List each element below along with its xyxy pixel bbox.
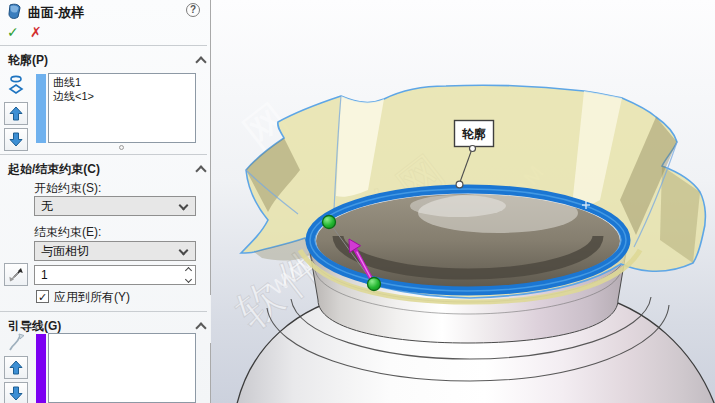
help-icon[interactable]: ? xyxy=(186,3,200,17)
divider xyxy=(0,311,207,312)
ok-button[interactable]: ✓ xyxy=(7,24,19,40)
loft-feature-icon xyxy=(6,3,24,21)
down-arrow-icon xyxy=(9,132,23,147)
solidworks-window: 曲面-放样 ? ✓ ✗ 轮廓(P) 曲线1 边线<1> 起始/ xyxy=(0,0,715,403)
constraints-section-header: 起始/结束约束(C) xyxy=(8,161,100,178)
list-item[interactable]: 曲线1 xyxy=(49,75,195,89)
guides-listbox[interactable] xyxy=(48,333,196,403)
cancel-button[interactable]: ✗ xyxy=(30,24,42,40)
move-profile-down-button[interactable] xyxy=(4,128,28,151)
tangent-length-input[interactable]: 1 xyxy=(34,265,196,285)
collapse-constraints-icon[interactable] xyxy=(195,165,206,176)
chevron-down-icon xyxy=(179,246,189,256)
list-item[interactable]: 边线<1> xyxy=(49,89,195,103)
down-arrow-icon xyxy=(9,386,23,401)
spinner-buttons[interactable] xyxy=(186,268,191,282)
spinner-down-icon[interactable] xyxy=(185,276,192,283)
callout-anchor-dot xyxy=(456,181,463,188)
tangent-length-button[interactable] xyxy=(4,263,28,286)
profiles-selection-accent xyxy=(36,74,46,143)
collapse-guides-icon[interactable] xyxy=(195,322,206,333)
profiles-section-header: 轮廓(P) xyxy=(8,52,48,69)
guide-curve-icon xyxy=(7,332,25,352)
connector-handle[interactable] xyxy=(368,278,381,291)
move-guide-up-button[interactable] xyxy=(4,356,28,379)
graphics-viewport[interactable]: 软件自学网 WWW W.COM 网 xyxy=(211,0,715,403)
collapse-profiles-icon[interactable] xyxy=(195,56,206,67)
listbox-resize-handle[interactable] xyxy=(119,145,124,150)
tangent-length-value: 1 xyxy=(41,268,48,282)
up-arrow-icon xyxy=(9,360,23,375)
end-constraint-label: 结束约束(E): xyxy=(34,224,101,241)
spinner-up-icon[interactable] xyxy=(185,267,192,274)
move-guide-down-button[interactable] xyxy=(4,382,28,403)
callout-leader-dot xyxy=(470,146,476,152)
callout-label: 轮廓 xyxy=(461,127,486,141)
panel-title: 曲面-放样 xyxy=(28,4,84,22)
start-constraint-select[interactable]: 无 xyxy=(34,196,196,216)
apply-to-all-checkbox[interactable]: ✓ xyxy=(36,290,49,303)
guides-selection-accent xyxy=(36,334,46,403)
profiles-listbox[interactable]: 曲线1 边线<1> xyxy=(48,73,196,143)
divider xyxy=(0,45,207,46)
end-constraint-select[interactable]: 与面相切 xyxy=(34,241,196,261)
profiles-icon xyxy=(7,75,25,95)
start-constraint-value: 无 xyxy=(41,199,53,213)
connector-handle[interactable] xyxy=(323,216,336,229)
up-arrow-icon xyxy=(9,106,23,121)
move-profile-up-button[interactable] xyxy=(4,102,28,125)
chevron-down-icon xyxy=(179,201,189,211)
divider xyxy=(0,154,207,155)
tangent-length-icon xyxy=(8,267,24,283)
start-constraint-label: 开始约束(S): xyxy=(34,180,101,197)
property-manager-panel: 曲面-放样 ? ✓ ✗ 轮廓(P) 曲线1 边线<1> 起始/ xyxy=(0,0,211,403)
end-constraint-value: 与面相切 xyxy=(41,244,89,258)
apply-to-all-label: 应用到所有(Y) xyxy=(54,289,130,306)
